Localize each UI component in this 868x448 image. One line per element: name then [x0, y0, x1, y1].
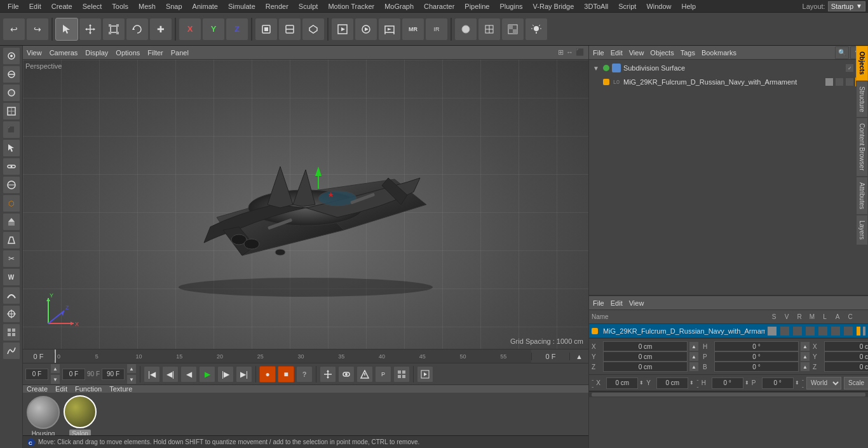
viewport-expand-icon[interactable]: ↔ — [566, 48, 573, 57]
objects-tab[interactable]: Objects — [856, 46, 868, 81]
menu-3dtoall[interactable]: 3DToAll — [579, 0, 613, 12]
key-button[interactable] — [338, 366, 355, 383]
weld-tool[interactable]: W — [3, 268, 20, 286]
p-coord-input[interactable] — [762, 377, 794, 389]
y-pos-input[interactable]: 0 cm — [603, 351, 688, 362]
motion-path-button[interactable]: P — [375, 366, 391, 383]
extrude-tool[interactable] — [3, 213, 20, 231]
paint-tool[interactable] — [3, 305, 20, 323]
x-size-input[interactable]: 0 cm — [824, 341, 868, 351]
autokey-button[interactable] — [356, 366, 373, 383]
point-mode-tool[interactable] — [3, 47, 20, 65]
scale-tool-button[interactable] — [102, 18, 125, 41]
obj-subdiv-check-1[interactable]: ✓ — [845, 64, 854, 72]
help-button[interactable]: ? — [296, 366, 313, 383]
menu-file[interactable]: File — [3, 0, 24, 12]
frame-down-button[interactable]: ▼ — [50, 374, 60, 384]
menu-simulate[interactable]: Simulate — [223, 0, 261, 12]
obj-subdivision-surface[interactable]: ▼ Subdivision Surface ✓ ✓ — [590, 61, 867, 75]
goto-start-button[interactable]: |◀ — [144, 366, 160, 383]
obj-mig-check-3[interactable] — [845, 78, 854, 86]
menu-sculpt[interactable]: Sculpt — [294, 0, 323, 12]
ring-selection-tool[interactable] — [3, 176, 20, 194]
obj-manager-tags-menu[interactable]: Tags — [681, 49, 695, 57]
z-size-input[interactable]: 0 cm — [824, 362, 868, 372]
h-coord-input[interactable] — [712, 377, 743, 389]
h-coord-arrows[interactable]: ⬍ — [745, 380, 749, 386]
loop-selection-tool[interactable] — [3, 158, 20, 175]
move-playback-button[interactable] — [320, 366, 336, 383]
p-rot-up[interactable]: ▲ — [800, 351, 810, 362]
y-coord-input[interactable] — [656, 377, 688, 389]
bridge-tool[interactable]: ⬡ — [3, 194, 20, 212]
obj-manager-file-menu[interactable]: File — [593, 49, 604, 57]
select-tool-button[interactable] — [55, 18, 78, 41]
menu-mesh[interactable]: Mesh — [133, 0, 161, 12]
menu-plugins[interactable]: Plugins — [494, 0, 527, 12]
render-to-picture-button[interactable] — [378, 18, 401, 41]
menu-character[interactable]: Character — [419, 0, 459, 12]
menu-window[interactable]: Window — [641, 0, 676, 12]
move-tool-button[interactable] — [79, 18, 102, 41]
x-pos-up[interactable]: ▲ — [689, 341, 699, 351]
shading-button[interactable] — [454, 18, 477, 41]
structure-tab[interactable]: Structure — [856, 81, 868, 118]
attr-mig-v[interactable] — [780, 327, 789, 336]
menu-help[interactable]: Help — [677, 0, 702, 12]
attributes-tab[interactable]: Attributes — [856, 177, 868, 215]
transform-tool-button[interactable]: ✚ — [149, 18, 172, 41]
menu-mograph[interactable]: MoGraph — [379, 0, 419, 12]
grid-tool[interactable] — [3, 323, 20, 341]
menu-edit[interactable]: Edit — [24, 0, 46, 12]
z-pos-up[interactable]: ▲ — [689, 362, 699, 372]
edge-mode-tool[interactable] — [3, 65, 20, 83]
scale-dropdown[interactable]: Scale — [844, 377, 868, 390]
p-rot-input[interactable]: 0 ° — [714, 351, 799, 362]
snap-tool[interactable]: ⬛ — [3, 121, 20, 139]
viewport-options-menu[interactable]: Options — [116, 49, 140, 57]
irradiance-button[interactable]: IR — [425, 18, 448, 41]
attr-file-menu[interactable]: File — [593, 299, 604, 307]
rotate-tool-button[interactable] — [126, 18, 149, 41]
face-mode-tool[interactable] — [3, 84, 20, 102]
obj-manager-edit-menu[interactable]: Edit — [611, 49, 623, 57]
viewport-view-menu[interactable]: View — [27, 49, 42, 57]
next-frame-button[interactable]: |▶ — [217, 366, 234, 383]
attr-mig-s[interactable] — [768, 327, 776, 336]
undo-button[interactable]: ↩ — [3, 18, 25, 41]
bevel-tool[interactable] — [3, 231, 20, 249]
material-housing-swatch[interactable] — [27, 396, 60, 429]
viewport-lock-icon[interactable]: ⊞ — [558, 48, 564, 57]
right-panel-scrollbar[interactable] — [589, 391, 868, 397]
z-pos-input[interactable]: 0 cm — [603, 362, 688, 372]
menu-pipeline[interactable]: Pipeline — [459, 0, 494, 12]
render-button[interactable] — [355, 18, 377, 41]
x-coord-input[interactable] — [606, 377, 638, 389]
viewport-panel-menu[interactable]: Panel — [171, 49, 189, 57]
play-button[interactable]: ▶ — [199, 366, 215, 383]
menu-motion-tracker[interactable]: Motion Tracker — [323, 0, 379, 12]
b-rot-up[interactable]: ▲ — [800, 362, 810, 372]
world-dropdown[interactable]: World Object — [806, 377, 841, 390]
prev-frame-button[interactable]: ◀| — [162, 366, 179, 383]
smooth-tool[interactable] — [3, 287, 20, 304]
texture-button[interactable] — [501, 18, 524, 41]
z-axis-button[interactable]: Z — [226, 18, 248, 41]
attr-mig-m[interactable] — [806, 327, 815, 336]
stop-button[interactable]: ■ — [278, 366, 294, 383]
b-rot-input[interactable]: 0 ° — [714, 362, 799, 372]
obj-manager-objects-menu[interactable]: Objects — [650, 49, 674, 57]
p-coord-arrows[interactable]: ⬍ — [795, 380, 799, 386]
mat-create-menu[interactable]: Create — [27, 385, 48, 393]
obj-mig-check-1[interactable] — [825, 78, 834, 86]
edge-mode-button[interactable] — [278, 18, 301, 41]
y-coord-arrows[interactable]: ⬍ — [689, 380, 694, 386]
uv-tool[interactable] — [3, 102, 20, 120]
obj-manager-view-menu[interactable]: View — [629, 49, 644, 57]
y-axis-button[interactable]: Y — [202, 18, 225, 41]
viewport-display-menu[interactable]: Display — [85, 49, 108, 57]
mat-edit-menu[interactable]: Edit — [55, 385, 67, 393]
spline-tool[interactable] — [3, 342, 20, 360]
obj-mig-model[interactable]: L0 MiG_29KR_Fulcrum_D_Russian_Navy_with_… — [590, 75, 867, 89]
attr-edit-menu[interactable]: Edit — [611, 299, 623, 307]
